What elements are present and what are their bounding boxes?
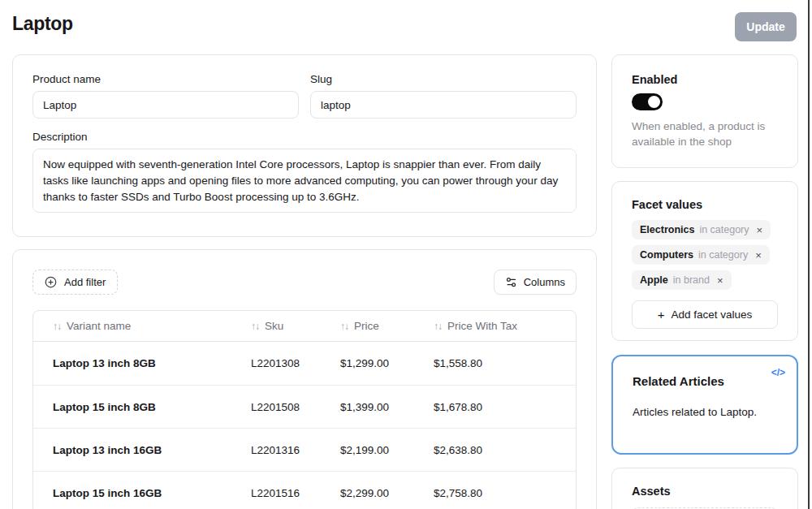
facet-chip-list: Electronics in category × Computers in c… — [632, 220, 778, 290]
cell-sku: L2201308 — [251, 357, 340, 369]
cell-sku: L2201508 — [251, 401, 340, 413]
assets-title: Assets — [632, 485, 778, 498]
scrollbar[interactable] — [808, 0, 810, 509]
product-name-field-group: Product name — [32, 73, 299, 119]
enabled-toggle[interactable] — [632, 93, 663, 110]
table-row[interactable]: Laptop 13 inch 16GB L2201316 $2,199.00 $… — [33, 428, 576, 471]
facet-chip: Electronics in category × — [632, 220, 771, 239]
code-icon[interactable]: </> — [771, 367, 785, 378]
add-facet-values-button[interactable]: + Add facet values — [632, 300, 778, 329]
sort-icon: ↑↓ — [340, 321, 348, 332]
add-facet-values-label: Add facet values — [671, 308, 752, 321]
sidebar: Enabled When enabled, a product is avail… — [611, 54, 798, 509]
facet-chip-name: Electronics — [640, 224, 694, 235]
cell-variant-name: Laptop 13 inch 8GB — [53, 357, 251, 369]
cell-variant-name: Laptop 15 inch 8GB — [53, 401, 251, 413]
main-content: Product name Slug Description Now equipp… — [12, 54, 597, 509]
columns-button[interactable]: Columns — [494, 270, 577, 295]
facet-chip-qualifier: in category — [699, 224, 749, 235]
table-body: Laptop 13 inch 8GB L2201308 $1,299.00 $1… — [33, 342, 576, 509]
header-label: Sku — [265, 320, 283, 332]
table-header-row: ↑↓ Variant name ↑↓ Sku ↑↓ Price ↑↓ Price… — [33, 311, 576, 342]
sort-icon: ↑↓ — [53, 321, 61, 332]
header-label: Price With Tax — [447, 320, 517, 332]
add-filter-label: Add filter — [64, 276, 106, 288]
columns-settings-icon — [505, 276, 517, 288]
cell-price-with-tax: $2,758.80 — [434, 487, 576, 499]
header-price[interactable]: ↑↓ Price — [340, 320, 434, 332]
cell-price: $1,399.00 — [340, 401, 434, 413]
cell-price: $1,299.00 — [340, 357, 434, 369]
table-toolbar: Add filter Columns — [32, 270, 577, 295]
slug-input[interactable] — [310, 91, 577, 119]
toggle-knob — [648, 96, 660, 108]
facet-chip: Apple in brand × — [632, 270, 732, 290]
related-articles-title: Related Articles — [633, 374, 777, 388]
description-textarea[interactable]: Now equipped with seventh-generation Int… — [32, 149, 577, 213]
header-label: Variant name — [67, 320, 131, 332]
sort-icon: ↑↓ — [251, 321, 259, 332]
facet-chip: Computers in category × — [632, 245, 770, 265]
related-articles-card: </> Related Articles Articles related to… — [611, 355, 798, 455]
cell-price: $2,299.00 — [340, 487, 434, 499]
table-row[interactable]: Laptop 13 inch 8GB L2201308 $1,299.00 $1… — [33, 342, 576, 385]
facet-values-title: Facet values — [632, 198, 778, 211]
header-label: Price — [354, 320, 379, 332]
cell-variant-name: Laptop 13 inch 16GB — [53, 444, 251, 456]
remove-facet-icon[interactable]: × — [757, 225, 763, 235]
variants-card: Add filter Columns ↑↓ Variant name ↑↓ Sk… — [12, 249, 597, 509]
remove-facet-icon[interactable]: × — [717, 275, 723, 286]
related-articles-body: Articles related to Laptop. — [633, 406, 777, 418]
cell-sku: L2201316 — [251, 444, 340, 456]
assets-card: Assets — [611, 468, 798, 509]
facet-values-card: Facet values Electronics in category × C… — [611, 181, 798, 341]
page-title: Laptop — [12, 13, 73, 35]
slug-label: Slug — [310, 73, 577, 85]
variants-table: ↑↓ Variant name ↑↓ Sku ↑↓ Price ↑↓ Price… — [32, 310, 577, 509]
columns-label: Columns — [524, 276, 565, 288]
plus-circle-icon — [45, 276, 57, 288]
enabled-title: Enabled — [632, 73, 778, 86]
sort-icon: ↑↓ — [434, 321, 442, 332]
facet-chip-qualifier: in category — [698, 249, 748, 261]
header-variant-name[interactable]: ↑↓ Variant name — [53, 320, 251, 332]
cell-price-with-tax: $1,678.80 — [434, 401, 576, 413]
header-sku[interactable]: ↑↓ Sku — [251, 320, 340, 332]
cell-price: $2,199.00 — [340, 444, 434, 456]
product-details-card: Product name Slug Description Now equipp… — [12, 54, 597, 237]
description-field-group: Description Now equipped with seventh-ge… — [32, 131, 577, 216]
plus-icon: + — [658, 308, 665, 321]
product-name-label: Product name — [32, 73, 299, 85]
enabled-help-text: When enabled, a product is available in … — [632, 119, 778, 149]
cell-price-with-tax: $2,638.80 — [434, 444, 576, 456]
product-name-input[interactable] — [32, 91, 299, 119]
cell-variant-name: Laptop 15 inch 16GB — [53, 487, 251, 499]
facet-chip-name: Apple — [640, 274, 668, 286]
update-button[interactable]: Update — [735, 12, 797, 41]
cell-price-with-tax: $1,558.80 — [434, 357, 576, 369]
table-row[interactable]: Laptop 15 inch 8GB L2201508 $1,399.00 $1… — [33, 385, 576, 428]
table-row[interactable]: Laptop 15 inch 16GB L2201516 $2,299.00 $… — [33, 471, 576, 509]
description-label: Description — [32, 131, 577, 143]
cell-sku: L2201516 — [251, 487, 340, 499]
facet-chip-qualifier: in brand — [673, 274, 710, 286]
slug-field-group: Slug — [310, 73, 577, 119]
add-filter-button[interactable]: Add filter — [32, 270, 118, 295]
remove-facet-icon[interactable]: × — [755, 250, 762, 261]
facet-chip-name: Computers — [640, 249, 693, 261]
header-price-with-tax[interactable]: ↑↓ Price With Tax — [434, 320, 576, 332]
enabled-card: Enabled When enabled, a product is avail… — [611, 54, 798, 168]
